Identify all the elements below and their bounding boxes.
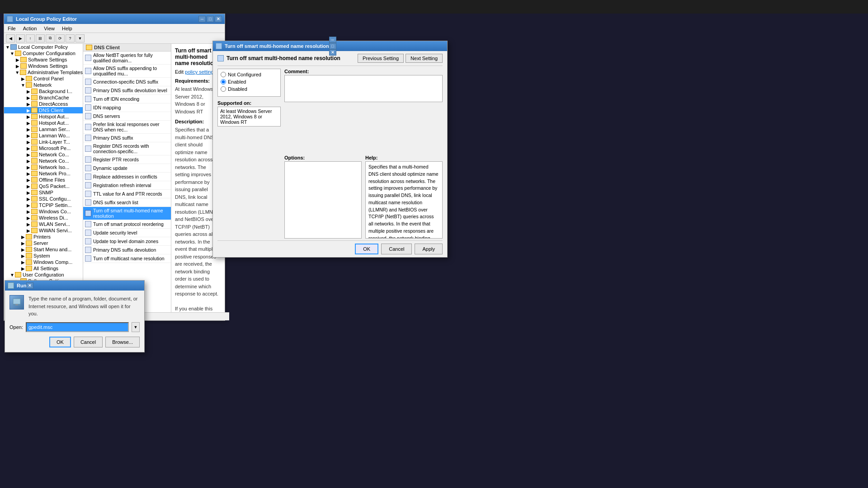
tree-toggle[interactable]: ▶: [26, 209, 31, 214]
tree-item-local-computer[interactable]: ▼ Local Computer Policy: [4, 44, 83, 50]
tree-toggle[interactable]: ▶: [20, 76, 26, 81]
tree-item-wlan[interactable]: ▶ WLAN Servi...: [4, 221, 83, 227]
tb-new-window[interactable]: ⧉: [46, 34, 55, 42]
setting-dns-servers[interactable]: DNS servers: [83, 112, 171, 121]
next-setting-button[interactable]: Next Setting: [406, 54, 443, 63]
tree-toggle[interactable]: ▶: [26, 159, 31, 164]
setting-replace-addr[interactable]: Replace addresses in conflicts: [83, 173, 171, 181]
run-input[interactable]: [26, 322, 129, 332]
menu-view[interactable]: View: [42, 25, 57, 32]
tree-item-wwan[interactable]: ▶ WWAN Servi...: [4, 227, 83, 234]
close-button[interactable]: ✕: [215, 16, 222, 22]
cancel-button[interactable]: Cancel: [381, 244, 412, 254]
tree-toggle[interactable]: ▼: [9, 51, 15, 56]
radio-not-configured-input[interactable]: [221, 72, 226, 77]
tree-toggle[interactable]: ▶: [26, 146, 31, 151]
run-ok-button[interactable]: OK: [49, 337, 71, 347]
tree-toggle[interactable]: ▶: [26, 203, 31, 208]
tree-item-qos[interactable]: ▶ QoS Packet...: [4, 183, 83, 189]
radio-disabled-input[interactable]: [221, 86, 226, 92]
setting-allow-netbt[interactable]: Allow NetBT queries for fully qualified …: [83, 52, 171, 65]
tb-back[interactable]: ◀: [6, 34, 15, 42]
tree-item-network-pro[interactable]: ▶ Network Pro...: [4, 170, 83, 177]
tree-item-dns-client[interactable]: ▶ DNS Client: [4, 107, 83, 113]
setting-turn-off-idn[interactable]: Turn off IDN encoding: [83, 95, 171, 103]
tree-item-branchcache[interactable]: ▶ BranchCache: [4, 94, 83, 101]
setting-register-dns[interactable]: Register DNS records with connection-spe…: [83, 142, 171, 155]
apply-button[interactable]: Apply: [415, 244, 443, 254]
tree-item-control-panel[interactable]: ▶ Control Panel: [4, 75, 83, 82]
policy-dialog-restore[interactable]: □: [329, 43, 336, 49]
setting-primary-dns-level[interactable]: Primary DNS suffix devolution level: [83, 86, 171, 95]
setting-dynamic-update[interactable]: Dynamic update: [83, 164, 171, 173]
menu-action[interactable]: Action: [21, 25, 39, 32]
radio-not-configured[interactable]: Not Configured: [221, 72, 278, 77]
tree-toggle[interactable]: ▶: [20, 260, 26, 265]
minimize-button[interactable]: ─: [198, 16, 206, 22]
tree-toggle[interactable]: ▶: [26, 152, 31, 157]
tree-toggle[interactable]: ▶: [26, 114, 31, 119]
tree-toggle[interactable]: ▶: [20, 253, 26, 258]
tree-toggle[interactable]: ▶: [26, 184, 31, 189]
setting-dns-suffix-list[interactable]: DNS suffix search list: [83, 198, 171, 207]
setting-ttl[interactable]: TTL value for A and PTR records: [83, 190, 171, 198]
tree-toggle[interactable]: ▶: [20, 266, 26, 271]
menu-file[interactable]: File: [6, 25, 18, 32]
tree-toggle[interactable]: ▶: [20, 235, 26, 239]
tree-item-background[interactable]: ▶ Background I...: [4, 88, 83, 94]
tree-item-ssl[interactable]: ▶ SSL Configu...: [4, 196, 83, 202]
tree-toggle[interactable]: ▶: [20, 247, 26, 252]
tb-refresh[interactable]: ⟳: [56, 34, 65, 42]
setting-update-security[interactable]: Update security level: [83, 229, 171, 237]
tree-item-snmp[interactable]: ▶ SNMP: [4, 189, 83, 196]
tree-toggle[interactable]: ▼: [20, 83, 26, 88]
tree-toggle[interactable]: ▶: [26, 190, 31, 195]
edit-policy-link[interactable]: policy setting.: [185, 69, 215, 75]
tree-toggle[interactable]: ▶: [26, 89, 31, 94]
tree-item-tcpip[interactable]: ▶ TCPIP Settin...: [4, 202, 83, 208]
tree-item-network[interactable]: ▼ Network: [4, 82, 83, 88]
tree-toggle[interactable]: ▶: [15, 57, 20, 62]
setting-primary-dns-suffix[interactable]: Primary DNS suffix: [83, 134, 171, 142]
tree-toggle[interactable]: ▶: [20, 241, 26, 246]
setting-registration-refresh[interactable]: Registration refresh interval: [83, 181, 171, 190]
tree-toggle[interactable]: ▶: [26, 171, 31, 176]
run-close-button[interactable]: ✕: [26, 282, 33, 289]
tree-toggle[interactable]: ▶: [26, 222, 31, 227]
tb-filter[interactable]: ▼: [75, 34, 85, 42]
tree-toggle[interactable]: ▶: [26, 121, 31, 126]
tree-item-admin-templates[interactable]: ▼ Administrative Templates: [4, 69, 83, 75]
tree-toggle[interactable]: ▶: [26, 197, 31, 202]
tree-item-windows-co[interactable]: ▶ Windows Co...: [4, 208, 83, 215]
run-cancel-button[interactable]: Cancel: [74, 337, 103, 347]
setting-idn-mapping[interactable]: IDN mapping: [83, 103, 171, 112]
tree-item-user-config[interactable]: ▼ User Configuration: [4, 272, 83, 278]
restore-button[interactable]: □: [207, 16, 214, 22]
setting-update-top-level[interactable]: Update top level domain zones: [83, 237, 171, 246]
run-browse-button[interactable]: Browse...: [105, 337, 140, 347]
tree-item-directaccess[interactable]: ▶ DirectAccess: [4, 101, 83, 107]
tb-up[interactable]: ↑: [26, 34, 35, 42]
tree-toggle[interactable]: ▶: [26, 165, 31, 170]
tree-item-network-co2[interactable]: ▶ Network Co...: [4, 158, 83, 164]
setting-turn-off-smart[interactable]: Turn off smart multi-homed name resoluti…: [83, 207, 171, 220]
tree-item-printers[interactable]: ▶ Printers: [4, 234, 83, 240]
tree-item-link-layer[interactable]: ▶ Link-Layer T...: [4, 139, 83, 145]
setting-prefer-link[interactable]: Prefer link local responses over DNS whe…: [83, 121, 171, 134]
setting-primary-dns-devolution[interactable]: Primary DNS suffix devolution: [83, 246, 171, 254]
tree-item-network-co1[interactable]: ▶ Network Co...: [4, 151, 83, 158]
tree-item-computer-config[interactable]: ▼ Computer Configuration: [4, 50, 83, 56]
tree-toggle[interactable]: ▶: [15, 64, 20, 69]
tree-item-windows-comp[interactable]: ▶ Windows Comp...: [4, 259, 83, 265]
tree-toggle[interactable]: ▶: [26, 95, 31, 100]
setting-register-ptr[interactable]: Register PTR records: [83, 155, 171, 164]
tree-toggle[interactable]: ▶: [26, 216, 31, 221]
radio-disabled[interactable]: Disabled: [221, 86, 278, 92]
radio-enabled[interactable]: Enabled: [221, 79, 278, 84]
tree-item-lanman-ser[interactable]: ▶ Lanman Ser...: [4, 126, 83, 132]
comment-textarea[interactable]: [284, 75, 443, 102]
tree-item-server[interactable]: ▶ Server: [4, 240, 83, 246]
tree-toggle[interactable]: ▶: [26, 140, 31, 145]
tree-item-hotspot[interactable]: ▶ Hotspot Aut...: [4, 120, 83, 126]
tree-item-offline-files[interactable]: ▶ Offline Files: [4, 177, 83, 183]
